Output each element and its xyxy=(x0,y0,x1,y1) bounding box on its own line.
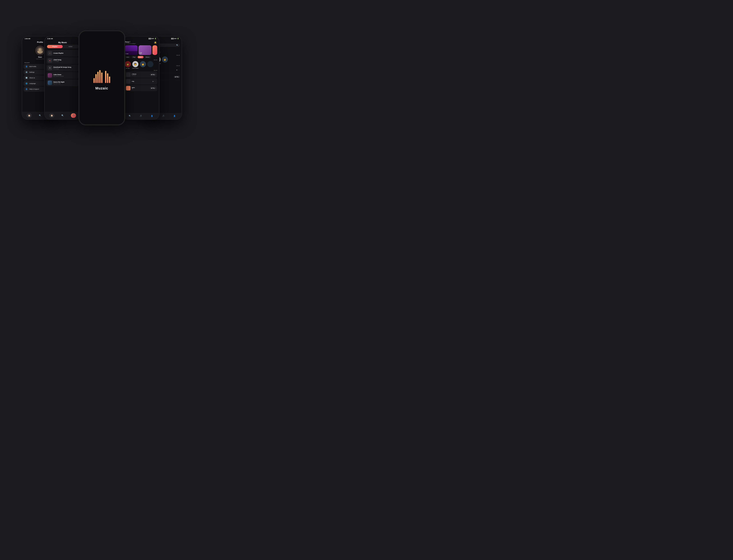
nav-profile-home[interactable]: 👤 xyxy=(149,114,155,118)
artist-justin-bieber[interactable]: 🧑 Justin Bieber xyxy=(132,61,139,69)
genre-jazz[interactable]: Jazz xyxy=(125,56,131,58)
calm-down-artist: By Selena Gomez xyxy=(53,75,78,77)
username: Siam xyxy=(38,56,42,58)
globe-icon: 🌐 xyxy=(25,82,28,85)
search-play-btn[interactable]: ▶ Play xyxy=(174,76,180,78)
genre-disco[interactable]: Disco xyxy=(144,56,151,58)
song-list: r Hours Weeknd ▶ Play ong ▶ ⋮ xyxy=(123,72,159,91)
about-label: About us xyxy=(29,77,35,79)
search-artist-3[interactable]: 🧑 xyxy=(162,56,168,64)
dance-night-item[interactable]: Dance the Night By Dua Lipa xyxy=(46,79,79,86)
download-songs-item[interactable]: ⬇ Download 50 Songs Song 50 Songs xyxy=(46,65,79,71)
edit-profile-label: Edit Profile xyxy=(29,66,36,67)
mymusic-title: My Music xyxy=(45,40,81,45)
see-all-songs[interactable]: See all xyxy=(154,70,157,71)
calm-down-title: Calm Down xyxy=(53,74,78,75)
notification-icon[interactable]: 🔔 xyxy=(154,41,157,44)
banner-row: r own Orgamus P xyxy=(123,45,159,55)
artist-unknown-2[interactable] xyxy=(147,61,153,69)
liked-song-title: Liked Song xyxy=(53,59,78,61)
help-icon: 👤 xyxy=(25,88,28,91)
download-song-title: Download 50 Songs Song xyxy=(53,66,78,68)
phone-splash: Muzaic xyxy=(78,30,125,125)
phone-mymusic: 2:36 AM My Music Playlist Artist + Creat… xyxy=(44,36,81,120)
gear-icon: ⚙️ xyxy=(25,71,28,74)
artist-unknown-1[interactable]: 🧑 xyxy=(140,61,146,69)
banner-card-3[interactable]: P xyxy=(152,45,157,55)
dance-night-artist: By Dua Lipa xyxy=(53,83,78,84)
calm-down-item[interactable]: Calm Down By Selena Gomez xyxy=(46,72,79,79)
nav-home-btn[interactable]: 🏠 xyxy=(27,113,32,118)
liked-songs-item[interactable]: ♥ Liked Song 71 Songs xyxy=(46,57,79,64)
logo-waves xyxy=(93,70,110,83)
create-playlist-item[interactable]: + Create Playlist xyxy=(46,50,79,57)
settings-label: Settings xyxy=(29,71,35,73)
avatar xyxy=(35,46,45,55)
app-name: Muzaic xyxy=(95,86,108,90)
dance-night-title: Dance the Night xyxy=(53,81,78,83)
plus-icon: + xyxy=(48,51,52,55)
artist-row: 👩 ua Lipa 🧑 Justin Bieber 🧑 xyxy=(123,61,159,69)
nav-music-home[interactable]: 🎵 xyxy=(138,114,144,118)
calm-down-thumb xyxy=(48,73,52,78)
phone-home: ▐▐▐ WiFi 🔋 Reza ! t to listen to today? … xyxy=(122,36,160,120)
search-icon: 🔍 xyxy=(176,44,178,46)
more-icon-1[interactable]: ▶ ⋮ xyxy=(176,69,180,71)
person-icon: 👤 xyxy=(25,65,28,68)
genre-pop[interactable]: Pop xyxy=(131,56,137,58)
song-item-2[interactable]: ong ▶ ⋮ xyxy=(125,78,157,84)
nav-search-mymusic[interactable]: 🔍 xyxy=(60,113,65,118)
tab-artist[interactable]: Artist xyxy=(63,45,78,48)
search-nav-profile[interactable]: 👤 xyxy=(172,114,177,118)
nav-search-home[interactable]: 🔍 xyxy=(127,114,133,118)
nav-search-btn[interactable]: 🔍 xyxy=(37,113,43,118)
status-bar-mymusic: 2:36 AM xyxy=(45,37,81,40)
dance-night-thumb xyxy=(48,81,52,85)
nav-music-mymusic[interactable]: 🎵 xyxy=(71,113,76,118)
song-item-1[interactable]: r Hours Weeknd ▶ Play xyxy=(125,72,157,78)
genre-soul[interactable]: Soul xyxy=(138,56,144,58)
genre-chips: Jazz Pop Soul Disco xyxy=(123,56,159,58)
tab-row: Playlist Artist xyxy=(47,45,79,49)
banner-card-2[interactable]: Orgamus xyxy=(139,45,151,55)
heart-icon: ♥ xyxy=(48,58,52,63)
playlist-list: + Create Playlist ♥ Liked Song 71 Songs … xyxy=(45,50,81,112)
play-button-1[interactable]: ▶ Play xyxy=(150,73,156,76)
create-playlist-label: Create Playlist xyxy=(53,52,78,54)
download-song-count: 50 Songs xyxy=(53,68,78,69)
tab-playlist[interactable]: Playlist xyxy=(47,45,63,48)
nav-home-mymusic[interactable]: 🏠 xyxy=(49,113,54,118)
bottom-nav-mymusic: 🏠 🔍 🎵 xyxy=(45,112,81,119)
home-header: Reza ! t to listen to today? 🔔 xyxy=(123,40,159,45)
download-icon: ⬇ xyxy=(48,66,52,70)
song-item-3[interactable]: ights nd ▶ Play xyxy=(125,85,157,91)
play-button-3[interactable]: ▶ Play xyxy=(150,87,156,89)
greeting: Reza ! xyxy=(125,41,136,43)
info-icon: ℹ️ xyxy=(25,76,28,79)
see-all-artists[interactable]: See all xyxy=(154,59,157,60)
home-indicator xyxy=(92,124,112,125)
liked-song-count: 71 Songs xyxy=(53,61,78,62)
artist-dua-lipa[interactable]: 👩 ua Lipa xyxy=(125,61,131,69)
search-nav-music[interactable]: 🎵 xyxy=(160,114,166,118)
status-bar-home: ▐▐▐ WiFi 🔋 xyxy=(123,37,159,40)
songs-section-header: See all xyxy=(123,70,159,72)
more-options-icon[interactable]: ▶ ⋮ xyxy=(153,80,156,82)
search-see-all-songs[interactable]: See all xyxy=(176,65,180,66)
bottom-nav-home: 🔍 🎵 👤 xyxy=(123,113,159,119)
artists-section-header: See all xyxy=(123,59,159,61)
banner-card-1[interactable]: r own xyxy=(125,45,138,55)
splash-content: Muzaic xyxy=(79,36,124,124)
help-label: Help & Support xyxy=(29,88,39,90)
greeting-sub: t to listen to today? xyxy=(125,43,136,44)
search-see-all[interactable]: See all xyxy=(176,55,180,56)
language-label: Language xyxy=(29,83,36,84)
user-email: siamreza1234 xyxy=(36,58,44,60)
